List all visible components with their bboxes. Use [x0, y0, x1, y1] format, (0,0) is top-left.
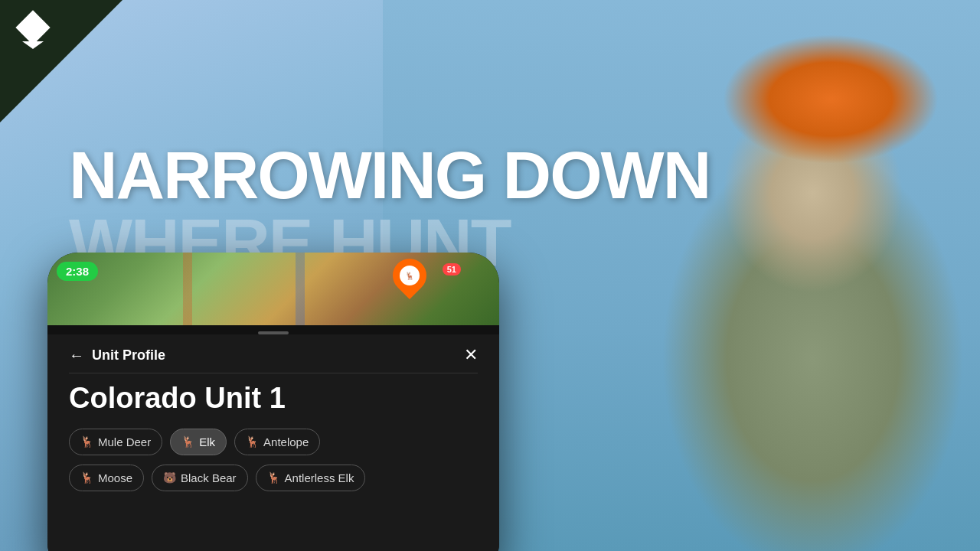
phone-nav-left: ← Unit Profile: [69, 347, 165, 364]
nav-title: Unit Profile: [92, 347, 165, 364]
species-tag-antelope[interactable]: 🦌 Antelope: [234, 429, 320, 455]
black-bear-label: Black Bear: [181, 471, 237, 484]
close-button[interactable]: ✕: [464, 345, 478, 365]
moose-icon: 🦌: [80, 471, 93, 484]
elk-label: Elk: [199, 435, 215, 448]
elk-icon: 🦌: [181, 435, 194, 448]
phone-nav-bar: ← Unit Profile ✕: [69, 334, 478, 373]
back-button[interactable]: ←: [69, 347, 84, 364]
logo-diamond: [15, 10, 50, 44]
marker-body: 🦌: [386, 253, 433, 299]
phone-map-area: 2:38 🦌 51: [47, 253, 499, 325]
heading-line1: NARROWING DOWN: [69, 142, 710, 209]
mule-deer-icon: 🦌: [80, 435, 93, 448]
unit-title: Colorado Unit 1: [69, 383, 478, 415]
mule-deer-label: Mule Deer: [98, 435, 151, 448]
phone-mockup: 2:38 🦌 51 ← Unit Profile ✕ Colorado Unit…: [47, 253, 499, 551]
antelope-icon: 🦌: [246, 435, 259, 448]
count-badge: 51: [443, 263, 461, 276]
video-timer-badge: 2:38: [57, 262, 98, 281]
moose-label: Moose: [98, 471, 132, 484]
antlerless-elk-icon: 🦌: [267, 471, 280, 484]
black-bear-icon: 🐻: [163, 471, 176, 484]
app-logo: [14, 15, 52, 57]
species-tag-moose[interactable]: 🦌 Moose: [69, 465, 144, 491]
antelope-label: Antelope: [263, 435, 309, 448]
species-row-2: 🦌 Moose 🐻 Black Bear 🦌 Antlerless Elk: [69, 465, 478, 491]
species-tag-elk[interactable]: 🦌 Elk: [170, 429, 227, 455]
species-tag-black-bear[interactable]: 🐻 Black Bear: [152, 465, 248, 491]
phone-content-area: ← Unit Profile ✕ Colorado Unit 1 🦌 Mule …: [47, 334, 499, 551]
map-marker: 🦌: [393, 259, 426, 297]
species-row-1: 🦌 Mule Deer 🦌 Elk 🦌 Antelope: [69, 429, 478, 455]
species-tag-mule-deer[interactable]: 🦌 Mule Deer: [69, 429, 162, 455]
marker-inner: 🦌: [400, 266, 420, 285]
antlerless-elk-label: Antlerless Elk: [285, 471, 354, 484]
species-tag-antlerless-elk[interactable]: 🦌 Antlerless Elk: [256, 465, 366, 491]
